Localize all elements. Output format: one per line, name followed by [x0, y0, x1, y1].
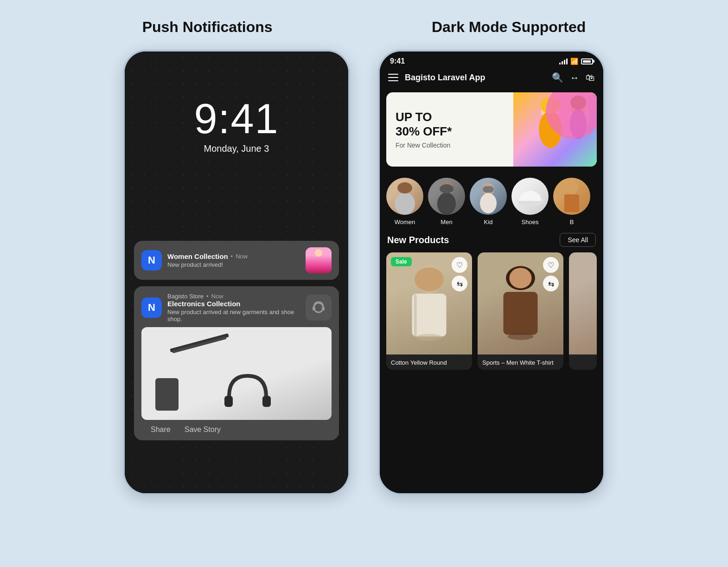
cart-icon[interactable]: 🛍	[586, 72, 595, 83]
banner-sub-text: For New Collection	[396, 142, 504, 149]
signal-bar-4	[566, 58, 568, 64]
category-kid-label: Kid	[484, 219, 493, 226]
category-men-label: Men	[441, 219, 452, 226]
svg-point-14	[397, 182, 412, 193]
notification-electronics[interactable]: N Bagisto Store • Now Electronics Collec…	[134, 286, 339, 440]
product-name-1: Cotton Yellow Round	[386, 354, 472, 370]
category-men[interactable]: Men	[428, 178, 465, 226]
heart-button-2[interactable]: ♡	[543, 257, 559, 273]
notif-store-dot: •	[206, 293, 209, 300]
woman-jacket-image	[306, 247, 332, 273]
notif-store-name: Bagisto Store	[167, 293, 204, 300]
product-card-2[interactable]: ♡ ⇆ Sports – Men White T-shirt	[478, 252, 563, 370]
notif-body-electronics: New product arrived at new garments and …	[167, 309, 300, 322]
share-action[interactable]: Share	[151, 425, 171, 434]
lockscreen-time-area: 9:41 Monday, June 3	[125, 98, 348, 154]
app-screen: 9:41 📶	[380, 52, 603, 493]
notifications-area: N Women Collection • Now New product arr…	[134, 241, 339, 447]
battery-icon	[581, 58, 593, 64]
search-icon[interactable]: 🔍	[552, 72, 563, 83]
category-shoes-circle	[511, 178, 549, 215]
lockscreen-actions: Share Save Story	[141, 420, 332, 434]
sale-badge-1: Sale	[391, 257, 412, 266]
status-icons: 📶	[559, 58, 593, 65]
signal-bars-icon	[559, 58, 568, 64]
notif-content-electronics: Bagisto Store • Now Electronics Collecti…	[167, 293, 300, 322]
dark-mode-title: Dark Mode Supported	[432, 19, 586, 36]
compare-button-2[interactable]: ⇆	[543, 276, 559, 291]
svg-point-28	[416, 334, 442, 341]
other-category-image	[553, 178, 590, 215]
hamburger-line-1	[388, 74, 398, 75]
wifi-icon: 📶	[570, 58, 578, 65]
notif-title-electronics: Electronics Collection	[167, 300, 300, 308]
notif-app-icon-women: N	[141, 250, 162, 271]
notif-time-label-women: Now	[236, 253, 248, 260]
notif-app-icon-electronics: N	[141, 297, 162, 318]
notif-icon-letter: N	[148, 254, 155, 266]
svg-point-25	[415, 267, 444, 291]
banner-main-text: UP TO30% OFF*	[396, 110, 504, 139]
svg-point-31	[509, 268, 531, 288]
hamburger-line-2	[388, 77, 398, 78]
notif-icon-letter-elec: N	[148, 302, 155, 314]
banner-text: UP TO30% OFF* For New Collection	[386, 92, 513, 167]
men-category-image	[428, 178, 465, 215]
svg-point-22	[566, 182, 578, 194]
product-partial-image	[569, 252, 597, 354]
product-image-1: Sale ♡ ⇆	[386, 252, 472, 354]
svg-point-33	[508, 333, 534, 340]
banner-area: UP TO30% OFF* For New Collection	[386, 92, 597, 167]
category-other[interactable]: B	[553, 178, 590, 226]
category-shoes[interactable]: Shoes	[511, 178, 549, 226]
svg-rect-27	[414, 295, 417, 337]
svg-point-16	[437, 193, 456, 215]
products-row: Sale ♡ ⇆ Cotton Yellow Round	[380, 252, 603, 370]
notif-thumb-electronics	[306, 295, 332, 321]
product-card-1[interactable]: Sale ♡ ⇆ Cotton Yellow Round	[386, 252, 472, 370]
notif-store-time: Now	[211, 293, 224, 300]
signal-bar-3	[564, 60, 565, 64]
notif-body-women: New product arrived!	[167, 261, 300, 268]
notification-women-collection[interactable]: N Women Collection • Now New product arr…	[134, 241, 339, 280]
notif-content-women: Women Collection • Now New product arriv…	[167, 252, 300, 268]
banner-image	[513, 92, 597, 167]
new-products-title: New Products	[387, 235, 449, 245]
svg-point-13	[395, 193, 415, 215]
category-row: Women Men	[380, 171, 603, 230]
category-kid[interactable]: Kid	[470, 178, 507, 226]
svg-rect-1	[313, 307, 315, 310]
heart-button-1[interactable]: ♡	[452, 257, 467, 273]
product-card-partial[interactable]	[569, 252, 597, 370]
lock-time: 9:41	[125, 98, 348, 140]
electronics-product-image	[141, 327, 332, 420]
headphone-icon	[309, 298, 328, 317]
banner-colorful-bg	[513, 92, 597, 167]
notif-title-women: Women Collection	[167, 252, 228, 260]
product-image-2: ♡ ⇆	[478, 252, 563, 354]
svg-point-19	[480, 193, 497, 213]
notif-thumb-women	[306, 247, 332, 273]
category-women[interactable]: Women	[386, 178, 423, 226]
category-other-circle	[553, 178, 590, 215]
save-story-action[interactable]: Save Story	[185, 425, 221, 434]
women-category-image	[386, 178, 423, 215]
kid-category-image	[470, 178, 507, 215]
svg-point-17	[440, 184, 453, 193]
compare-button-1[interactable]: ⇆	[452, 276, 467, 291]
compare-icon[interactable]: ↔	[570, 72, 579, 83]
signal-bar-2	[562, 61, 563, 64]
svg-rect-20	[483, 186, 494, 193]
push-notifications-title: Push Notifications	[142, 19, 273, 36]
hamburger-menu-icon[interactable]	[388, 74, 398, 81]
lock-screen-phone: 9:41 Monday, June 3 N Women Collection •	[123, 50, 350, 495]
svg-rect-3	[224, 396, 233, 407]
lock-date: Monday, June 3	[125, 143, 348, 154]
category-shoes-label: Shoes	[522, 219, 539, 226]
svg-rect-2	[322, 307, 325, 310]
signal-bar-1	[559, 63, 561, 64]
see-all-button[interactable]: See All	[560, 233, 596, 247]
hamburger-line-3	[388, 80, 398, 81]
category-women-label: Women	[395, 219, 415, 226]
status-time: 9:41	[390, 57, 405, 65]
